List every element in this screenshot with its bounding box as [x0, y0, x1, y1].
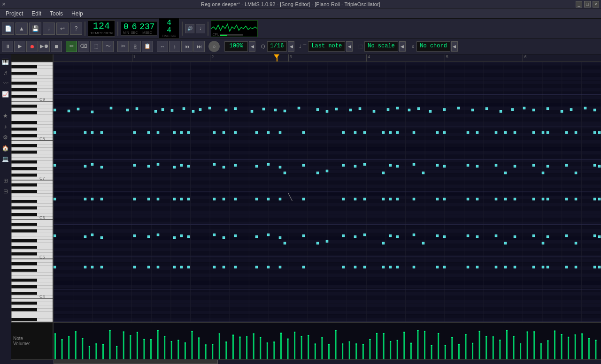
timer-msec: 237 MSEC: [139, 23, 154, 34]
record-btn[interactable]: ⏺: [26, 41, 38, 52]
piano-canvas[interactable]: [11, 62, 54, 322]
piano-grid-container: 123456 ╲ Note Volume:: [11, 54, 601, 364]
cpu-label: CPU: [212, 33, 219, 36]
paste-btn[interactable]: 📋: [142, 41, 153, 52]
menu-bar: Project Edit Tools Help: [0, 8, 601, 19]
timer-display: 0 MIN 6 SEC 237 MSEC: [121, 21, 157, 36]
cpu-waveform: CPU: [211, 20, 258, 37]
title-close[interactable]: ×: [2, 0, 6, 8]
help-btn[interactable]: ?: [70, 23, 82, 35]
flip-h-btn[interactable]: ↔: [157, 41, 168, 52]
length-down-btn[interactable]: ◀: [346, 41, 353, 52]
ruler: 123456: [11, 54, 601, 62]
velocity-label-box: Note Volume:: [11, 323, 54, 359]
minimize-btn[interactable]: _: [576, 1, 582, 8]
volume-label: Volume:: [13, 341, 53, 346]
my-home-icon[interactable]: 🏠: [1, 144, 10, 153]
chord-icon: ♬: [410, 44, 416, 49]
detuning-tool-btn[interactable]: 〜: [102, 41, 114, 52]
fx-chain-icon[interactable]: ⊞: [1, 176, 10, 185]
piano-keys: [11, 62, 54, 322]
length-icon2: ⌒: [302, 43, 307, 50]
window-controls: _ □ ×: [576, 1, 599, 8]
automation-icon[interactable]: 📈: [1, 90, 10, 99]
timesig-display[interactable]: 4 4 TIME SIG: [159, 18, 180, 39]
tempo-label: TEMPO/BPM: [90, 31, 113, 35]
quantize-value[interactable]: 1/16: [267, 41, 287, 52]
save-as-btn[interactable]: ↓: [43, 23, 55, 35]
menu-project[interactable]: Project: [2, 9, 27, 18]
title-bar: × Reg one deeper* - LMMS 1.0.92 - [Song-…: [0, 0, 601, 8]
timer-sec: 6 SEC: [131, 23, 138, 34]
tempo-value: 124: [93, 22, 110, 31]
my-presets-icon[interactable]: ⚙: [1, 133, 10, 142]
zoom-down-btn[interactable]: ◀: [249, 41, 255, 52]
menu-tools[interactable]: Tools: [46, 9, 67, 18]
quantize-icon: Q: [260, 44, 266, 49]
ruler-piano-spacer: [11, 54, 54, 61]
tempo-display[interactable]: 124 TEMPO/BPM: [88, 20, 115, 37]
new-file-btn[interactable]: 📄: [2, 23, 14, 35]
sep4: [208, 22, 208, 36]
toolbar2: ⏸ ▶ ⏺ ▶⏺ ⏹ ✏ ⌫ ⬚ 〜 ✂ ⎘ 📋 ↔ ↕ ⏮ ⏭ ○ 100% …: [0, 38, 601, 54]
select-tool-btn[interactable]: ⬚: [90, 41, 101, 52]
length-value[interactable]: Last note: [308, 41, 345, 52]
scrollbar-track: [54, 360, 601, 364]
export-btn[interactable]: ↩: [56, 23, 69, 35]
loop-btn[interactable]: ○: [208, 41, 220, 52]
timer-min: 0 MIN: [123, 23, 129, 34]
chord-down-btn[interactable]: ◀: [451, 41, 458, 52]
zoom-value[interactable]: 100%: [224, 41, 248, 52]
erase-tool-btn[interactable]: ⌫: [78, 41, 89, 52]
sep1: [85, 22, 85, 36]
h-scrollbar[interactable]: [11, 359, 601, 364]
velocity-canvas[interactable]: [54, 323, 601, 360]
play-btn[interactable]: ▶: [14, 41, 25, 52]
menu-edit[interactable]: Edit: [28, 9, 45, 18]
note-label: Note: [13, 336, 53, 341]
scale-value[interactable]: No scale: [364, 41, 398, 52]
length-icon: ♩: [299, 44, 301, 49]
grid-canvas-element: [54, 62, 601, 322]
scale-down-btn[interactable]: ◀: [399, 41, 406, 52]
instrument-plugin-icon[interactable]: 🎹: [1, 57, 10, 67]
window-title: Reg one deeper* - LMMS 1.0.92 - [Song-Ed…: [6, 1, 576, 7]
quantize-down-btn[interactable]: ◀: [288, 41, 294, 52]
left-sidebar: 🎹 ♬ 〰 📈 ★ ♪ ⚙ 🏠 💻 ⊞ ⊟: [0, 54, 11, 364]
record-while-play-btn[interactable]: ▶⏺: [39, 41, 50, 52]
sep3: [182, 22, 183, 36]
timesig-num: 4: [167, 19, 171, 27]
main-content: 🎹 ♬ 〰 📈 ★ ♪ ⚙ 🏠 💻 ⊞ ⊟ 123456: [0, 54, 601, 364]
sep2: [117, 22, 118, 36]
my-projects-icon[interactable]: ★: [1, 111, 10, 121]
note-grid[interactable]: ╲: [54, 62, 601, 322]
master-pitch-btn[interactable]: ♩: [196, 24, 205, 33]
piano-note-area: ╲: [11, 62, 601, 322]
my-samples-icon[interactable]: ♪: [1, 122, 10, 131]
chord-value[interactable]: No chord: [416, 41, 450, 52]
stop-btn[interactable]: ⏹: [51, 41, 62, 52]
draw-tool-btn[interactable]: ✏: [66, 41, 77, 52]
playhead-triangle: [274, 54, 279, 58]
forward-btn[interactable]: ⏭: [193, 41, 205, 52]
copy-btn[interactable]: ⎘: [130, 41, 141, 52]
velocity-area: Note Volume:: [11, 322, 601, 359]
close-btn[interactable]: ×: [593, 1, 599, 8]
pause-btn[interactable]: ⏸: [2, 41, 13, 52]
flip-v-btn[interactable]: ↕: [169, 41, 180, 52]
open-btn[interactable]: ▲: [15, 23, 28, 35]
save-btn[interactable]: 💾: [29, 23, 41, 35]
sample-track-icon[interactable]: 〰: [1, 79, 10, 88]
scale-icon: ⬚: [357, 44, 363, 49]
scrollbar-thumb[interactable]: [54, 360, 218, 364]
timesig-den: 4: [167, 27, 171, 34]
master-vol-btn[interactable]: 🔊: [185, 24, 194, 33]
computer-icon[interactable]: 💻: [1, 154, 10, 164]
maximize-btn[interactable]: □: [584, 1, 591, 8]
rewind-btn[interactable]: ⏮: [181, 41, 193, 52]
menu-help[interactable]: Help: [68, 9, 87, 18]
toolbar1: 📄 ▲ 💾 ↓ ↩ ? 124 TEMPO/BPM 0 MIN 6 SEC 23…: [0, 19, 601, 38]
midi-icon[interactable]: ⊟: [1, 187, 10, 196]
cut-btn[interactable]: ✂: [117, 41, 129, 52]
beat-bassline-icon[interactable]: ♬: [1, 68, 10, 77]
